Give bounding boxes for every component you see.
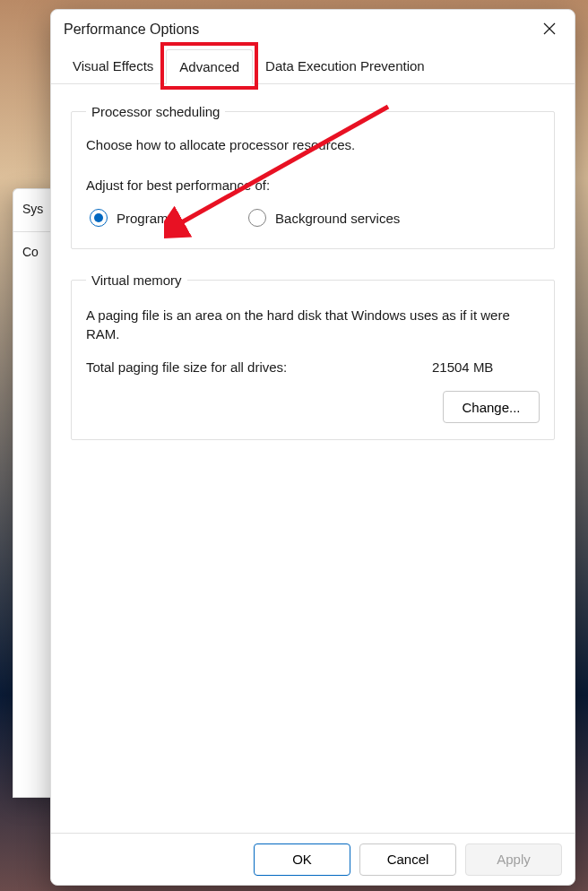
ok-button[interactable]: OK: [254, 843, 350, 876]
tab-strip: Visual Effects Advanced Data Execution P…: [51, 49, 575, 84]
change-button[interactable]: Change...: [443, 391, 540, 423]
processor-scheduling-group: Processor scheduling Choose how to alloc…: [71, 104, 555, 249]
radio-background-label: Background services: [275, 211, 400, 226]
virtual-memory-group: Virtual memory A paging file is an area …: [71, 272, 555, 440]
cancel-button[interactable]: Cancel: [359, 843, 456, 876]
virtual-memory-desc: A paging file is an area on the hard dis…: [86, 306, 540, 343]
radio-programs[interactable]: Programs: [90, 209, 175, 227]
tab-visual-effects[interactable]: Visual Effects: [60, 49, 166, 83]
adjust-label: Adjust for best performance of:: [86, 177, 540, 193]
close-icon: [543, 22, 556, 38]
close-button[interactable]: [530, 12, 569, 48]
processor-scheduling-help: Choose how to allocate processor resourc…: [86, 137, 540, 152]
paging-total-value: 21504 MB: [432, 359, 540, 375]
window-title: Performance Options: [64, 22, 530, 38]
performance-options-dialog: Performance Options Visual Effects Advan…: [50, 9, 575, 886]
virtual-memory-legend: Virtual memory: [86, 272, 187, 288]
titlebar: Performance Options: [51, 10, 575, 49]
dialog-body: Processor scheduling Choose how to alloc…: [51, 84, 575, 833]
dialog-footer: OK Cancel Apply: [51, 833, 575, 885]
radio-icon: [90, 209, 108, 227]
processor-scheduling-legend: Processor scheduling: [86, 104, 225, 119]
tab-advanced[interactable]: Advanced: [166, 49, 253, 84]
radio-programs-label: Programs: [117, 211, 175, 226]
radio-background-services[interactable]: Background services: [248, 209, 400, 227]
radio-icon: [248, 209, 266, 227]
paging-total-label: Total paging file size for all drives:: [86, 359, 432, 375]
tab-dep[interactable]: Data Execution Prevention: [253, 49, 437, 83]
apply-button[interactable]: Apply: [465, 843, 562, 876]
